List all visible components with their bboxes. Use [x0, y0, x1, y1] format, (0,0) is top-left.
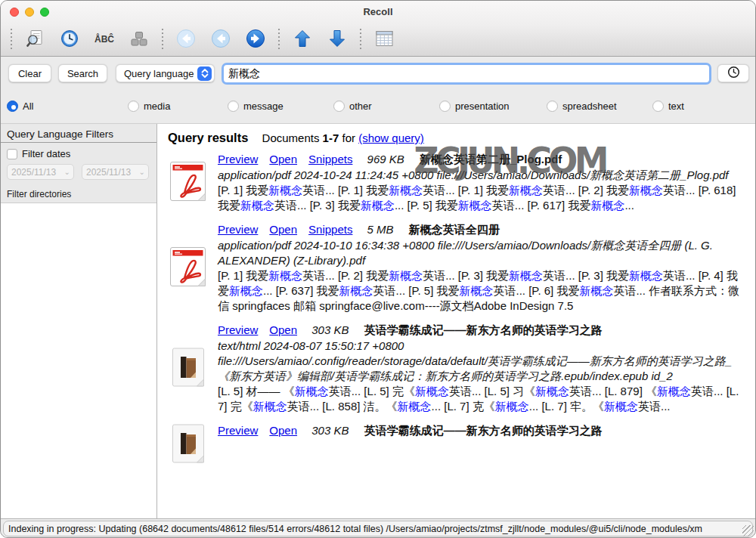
radio-message[interactable]: message — [228, 100, 284, 112]
sidebar-divider — [1, 142, 156, 143]
matched-term: 新概念 — [657, 385, 691, 397]
radio-dot-icon — [228, 100, 239, 112]
documents-label: Documents — [262, 131, 320, 144]
search-row: Clear Search Query language — [1, 57, 755, 91]
result-table-button[interactable] — [367, 26, 401, 52]
window-chrome: Recoll — [1, 1, 755, 57]
matched-term: 新概念 — [535, 385, 569, 397]
next-result-button[interactable] — [320, 26, 355, 52]
result-link-preview[interactable]: Preview — [218, 223, 258, 236]
result-title: 英语学霸练成记——新东方名师的英语学习之路 — [364, 323, 603, 336]
result-meta: application/pdf 2024-10-10 16:34:38 +080… — [218, 238, 748, 268]
previous-result-button[interactable] — [285, 26, 320, 52]
matched-term: 新概念 — [398, 400, 432, 413]
nav-forward-button[interactable] — [238, 26, 273, 52]
matched-term: 新概念 — [389, 184, 423, 196]
search-button[interactable]: Search — [58, 64, 107, 82]
query-mode-select[interactable]: Query language — [116, 64, 215, 82]
resize-grip[interactable] — [742, 525, 754, 536]
result-link-preview[interactable]: Preview — [218, 424, 258, 437]
matched-term: 新概念 — [240, 199, 274, 212]
result-title: 新概念英语第二册_Plog.pdf — [420, 153, 562, 165]
directory-tree[interactable] — [1, 203, 156, 518]
radio-label: other — [349, 100, 372, 112]
result-meta-line: file:///Users/amiao/.config/reader/stora… — [218, 354, 748, 384]
radio-label: spreadsheet — [562, 100, 617, 112]
result-meta-line: text/html 2024-08-07 15:50:17 +0800 — [218, 339, 748, 354]
result-link-open[interactable]: Open — [269, 323, 297, 336]
filter-dates-checkbox[interactable] — [7, 149, 17, 159]
filetype-radio-row: Allmediamessageotherpresentationspreadsh… — [1, 91, 755, 123]
result-links: PreviewOpen — [218, 424, 308, 437]
date-from-select[interactable]: 2025/11/13 ⌄ — [7, 164, 74, 180]
radio-presentation[interactable]: presentation — [439, 100, 510, 112]
documents-range: 1-7 — [323, 131, 339, 144]
result-meta: text/html 2024-08-07 15:50:17 +0800file:… — [218, 339, 748, 384]
result-size: 303 KB — [311, 323, 349, 336]
up-arrow-icon — [293, 29, 312, 51]
query-history-button[interactable] — [52, 26, 87, 52]
matched-term: 新概念 — [268, 269, 302, 282]
result-size: 5 MB — [367, 223, 394, 236]
date-from-value: 2025/11/13 — [11, 167, 56, 178]
close-window-button[interactable] — [10, 8, 19, 17]
result-link-open[interactable]: Open — [269, 223, 297, 236]
radio-all[interactable]: All — [7, 100, 33, 112]
recoll-window: Recoll — [0, 0, 756, 538]
result-snippet: [P. 1] 我爱新概念英语... [P. 2] 我爱新概念英语... [P. … — [218, 268, 748, 314]
radio-spreadsheet[interactable]: spreadsheet — [547, 100, 617, 112]
radio-other[interactable]: other — [333, 100, 372, 112]
clear-button[interactable]: Clear — [8, 64, 51, 82]
result-links: PreviewOpenSnippets — [218, 153, 364, 165]
file-icon — [168, 246, 210, 290]
date-to-select[interactable]: 2025/11/13 ⌄ — [82, 164, 149, 180]
date-to-value: 2025/11/13 — [86, 167, 131, 178]
zoom-window-button[interactable] — [40, 8, 49, 17]
toolbar-separator — [162, 29, 163, 50]
traffic-lights — [10, 8, 49, 17]
result-title: 英语学霸练成记——新东方名师的英语学习之路 — [364, 424, 603, 437]
radio-dot-icon — [547, 100, 558, 112]
result-link-open[interactable]: Open — [269, 424, 297, 437]
file-icon — [168, 161, 210, 205]
nav-first-page-button[interactable] — [169, 26, 203, 52]
chevron-down-icon: ⌄ — [64, 168, 70, 176]
show-query-link[interactable]: (show query) — [358, 131, 424, 144]
chevron-down-icon: ⌄ — [139, 168, 145, 176]
radio-label: message — [243, 100, 284, 112]
nav-back-button[interactable] — [203, 26, 238, 52]
search-input[interactable] — [222, 63, 711, 85]
sort-parameters-button[interactable] — [122, 26, 156, 52]
radio-dot-icon — [7, 100, 18, 112]
document-magnifier-icon — [25, 29, 45, 51]
result-link-preview[interactable]: Preview — [218, 153, 258, 165]
result-item: PreviewOpen 303 KB 英语学霸练成记——新东方名师的英语学习之路 — [157, 418, 755, 471]
for-label: for — [342, 131, 355, 144]
result-meta-line: application/pdf 2024-10-24 11:24:45 +080… — [218, 168, 748, 183]
query-mode-label: Query language — [124, 68, 194, 79]
result-link-open[interactable]: Open — [269, 153, 297, 165]
toolbar-separator — [278, 29, 280, 50]
matched-term: 新概念 — [509, 269, 543, 282]
result-link-preview[interactable]: Preview — [218, 323, 258, 336]
term-explorer-button[interactable]: ÅBĈ — [87, 26, 122, 52]
matched-term: 新概念 — [509, 184, 543, 196]
results-list: PreviewOpenSnippets 969 KB 新概念英语第二册_Plog… — [157, 147, 755, 471]
toolbar-separator — [11, 29, 12, 50]
radio-text[interactable]: text — [652, 100, 684, 112]
select-chevrons-icon — [197, 66, 212, 81]
result-link-snippets[interactable]: Snippets — [308, 223, 352, 236]
matched-term: 新概念 — [253, 400, 287, 413]
sidebar-title: Query Language Filters — [1, 124, 156, 142]
matched-term: 新概念 — [295, 385, 329, 397]
minimize-window-button[interactable] — [25, 8, 34, 17]
search-history-button[interactable] — [717, 64, 749, 82]
result-body: PreviewOpenSnippets 969 KB 新概念英语第二册_Plog… — [218, 152, 748, 213]
radio-media[interactable]: media — [128, 100, 170, 112]
matched-term: 新概念 — [604, 400, 638, 413]
matched-term: 新概念 — [268, 184, 302, 196]
result-link-snippets[interactable]: Snippets — [308, 153, 352, 165]
result-links: PreviewOpenSnippets — [218, 223, 364, 236]
preview-document-button[interactable] — [17, 26, 52, 52]
cubes-icon — [129, 29, 149, 51]
